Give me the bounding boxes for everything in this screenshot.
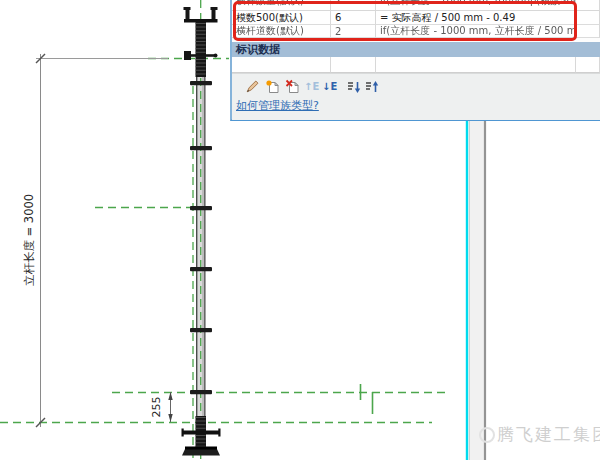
move-parameter-up-icon[interactable]: ↑E: [304, 80, 319, 94]
watermark-text: 腾飞建工集团: [497, 423, 600, 446]
param-lock-cell[interactable]: [576, 0, 600, 11]
param-formula-cell[interactable]: [376, 57, 576, 73]
dimension-pole-length[interactable]: 立杆长度 = 3000: [22, 54, 168, 427]
param-value-cell[interactable]: 2: [331, 0, 376, 11]
parameter-row-blurred[interactable]: 横杆道数(默认) 2 if(立杆长度 - 1000 mm, 立杆长度 / 500…: [232, 25, 600, 38]
dimension-offset-255[interactable]: 255: [150, 392, 173, 422]
param-lock-cell[interactable]: [576, 25, 600, 38]
param-formula-cell[interactable]: if(立杆长度 - 1000 mm, 立杆长度 / 500 mm, 2): [376, 25, 576, 38]
move-parameter-down-icon[interactable]: ↓E: [322, 80, 337, 94]
param-formula-cell[interactable]: = 实际高程 / 500 mm - 0.49: [376, 11, 576, 25]
param-value-cell[interactable]: 2: [331, 25, 376, 38]
manage-family-types-link[interactable]: 如何管理族类型?: [236, 98, 319, 113]
param-name-cell[interactable]: 横杆数量(默认): [232, 0, 331, 11]
parameter-row-clipped[interactable]: 横杆数量(默认) 2 if(立杆长度 - 1000 mm, roundup(模数…: [232, 0, 600, 11]
delete-parameter-icon[interactable]: [285, 79, 301, 95]
new-parameter-icon[interactable]: [265, 79, 281, 95]
sort-descending-icon[interactable]: [364, 79, 380, 95]
sort-ascending-icon[interactable]: [346, 79, 362, 95]
dimension-text-offset: 255: [150, 397, 163, 418]
dimension-text-pole-length: 立杆长度 = 3000: [22, 194, 36, 286]
parameter-row-modulus500[interactable]: 模数500(默认) 6 = 实际高程 / 500 mm - 0.49: [232, 11, 600, 25]
family-types-panel: 横杆数量(默认) 2 if(立杆长度 - 1000 mm, roundup(模数…: [230, 0, 600, 121]
wall-section[interactable]: [469, 121, 486, 460]
param-lock-cell[interactable]: [576, 11, 600, 25]
application-canvas: 立杆长度 = 3000 255 腾飞建工集团 横杆数量(默认) 2 if(立杆长…: [0, 0, 600, 460]
param-lock-cell[interactable]: [576, 57, 600, 73]
edit-parameter-icon[interactable]: [244, 79, 260, 95]
watermark-logo-icon: [479, 427, 495, 443]
param-name-cell[interactable]: 模数500(默认): [232, 11, 331, 25]
param-name-cell[interactable]: 横杆道数(默认): [232, 25, 331, 38]
reference-end-marks[interactable]: [361, 384, 373, 414]
section-header-identity-data: 标识数据: [232, 42, 600, 57]
panel-toolbar-area: ↑E ↓E 如何管理族类型?: [232, 73, 600, 120]
param-name-cell[interactable]: [232, 57, 331, 73]
parameter-row-empty[interactable]: [232, 57, 600, 73]
param-value-cell[interactable]: [331, 57, 376, 73]
param-value-cell[interactable]: 6: [331, 11, 376, 25]
param-formula-cell[interactable]: if(立杆长度 - 1000 mm, roundup(模数500 / 5), 0…: [376, 0, 576, 11]
